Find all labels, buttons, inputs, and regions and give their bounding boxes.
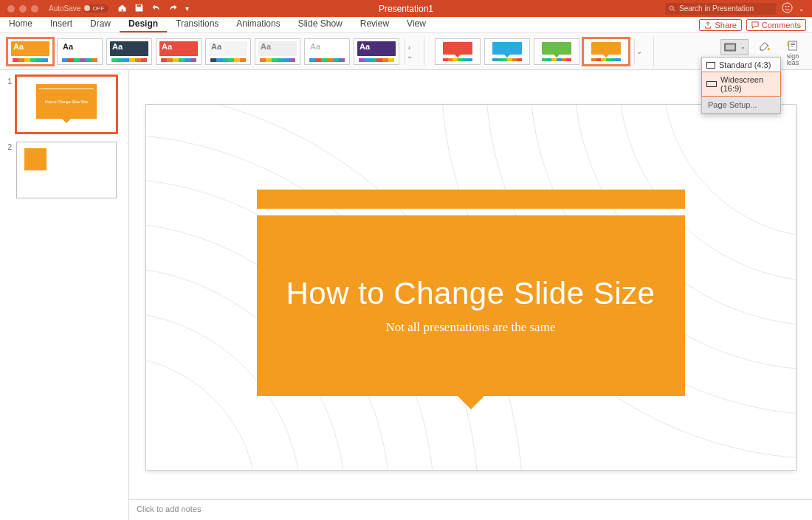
qat-overflow-icon[interactable]: ▾ [185, 4, 189, 13]
ribbon-tabs-bar: Home Insert Draw Design Transitions Anim… [0, 17, 812, 33]
theme-thumbnail[interactable]: Aa [304, 38, 350, 65]
slide-size-standard[interactable]: Standard (4:3) [702, 58, 780, 72]
theme-thumbnail[interactable]: Aa [354, 38, 399, 65]
search-placeholder: Search in Presentation [679, 4, 754, 13]
variant-thumbnail[interactable] [435, 38, 481, 65]
slide-size-menu: Standard (4:3) Widescreen (16:9) Page Se… [701, 57, 781, 114]
theme-thumbnail[interactable]: Aa [57, 38, 103, 65]
design-ideas-label: sign leas [787, 53, 799, 66]
quick-access-toolbar: ▾ [117, 3, 189, 14]
main-area: 1 How to Change Slide Size 2 [0, 70, 812, 520]
redo-icon[interactable] [168, 3, 178, 14]
design-ribbon: Aa Aa Aa Aa Aa Aa Aa [0, 33, 812, 70]
tab-slideshow[interactable]: Slide Show [289, 15, 351, 32]
variant-thumbnail[interactable] [484, 38, 530, 65]
share-label: Share [715, 21, 736, 30]
svg-point-14 [146, 356, 257, 470]
comments-label: Comments [762, 21, 801, 30]
slide-title[interactable]: How to Change Slide Size [286, 276, 656, 311]
design-ideas-button[interactable]: sign leas [781, 39, 805, 67]
tab-view[interactable]: View [398, 15, 435, 32]
title-bar: AutoSave OFF ▾ Presentation1 Search in P… [0, 0, 812, 17]
theme-sample-text: Aa [211, 42, 221, 51]
svg-rect-7 [789, 41, 797, 50]
theme-thumbnail[interactable]: Aa [106, 38, 152, 65]
slide-thumbnail[interactable] [16, 142, 117, 198]
slide-subtitle[interactable]: Not all presentations are the same [386, 320, 556, 335]
menu-item-label: Standard (4:3) [719, 60, 771, 69]
ratio-16-9-icon [706, 81, 717, 87]
slide-size-button[interactable]: ⌄ [720, 39, 749, 55]
undo-icon[interactable] [151, 3, 161, 14]
notes-placeholder: Click to add notes [137, 505, 201, 513]
title-accent-bar [257, 190, 685, 209]
svg-point-0 [670, 6, 673, 10]
slide-canvas[interactable]: How to Change Slide Size Not all present… [146, 105, 796, 470]
comments-button[interactable]: Comments [746, 19, 806, 31]
slide-number: 2 [6, 142, 12, 198]
menu-item-label: Widescreen (16:9) [720, 75, 776, 93]
comment-icon [751, 21, 759, 29]
slide-editor: How to Change Slide Size Not all present… [129, 70, 812, 520]
variant-gallery-expand-button[interactable]: ⌄ [634, 38, 643, 65]
thumbnail-row: 2 [6, 142, 123, 198]
variant-gallery: ⌄ [435, 38, 643, 65]
close-window-button[interactable] [7, 5, 15, 13]
slide-size-icon [723, 41, 738, 54]
slide-size-page-setup[interactable]: Page Setup... [702, 97, 780, 113]
slide-thumbnail[interactable]: How to Change Slide Size [16, 76, 117, 133]
format-background-icon [757, 39, 772, 52]
chevron-down-icon: ⌄ [636, 47, 642, 55]
autosave-state: OFF [83, 4, 109, 13]
ribbon-separator [424, 37, 424, 66]
minimize-window-button[interactable] [19, 5, 27, 13]
theme-thumbnail[interactable]: Aa [255, 38, 300, 65]
svg-point-6 [768, 48, 770, 50]
theme-thumbnail[interactable]: Aa [156, 38, 202, 65]
home-icon[interactable] [117, 3, 127, 14]
tab-review[interactable]: Review [351, 15, 398, 32]
variant-thumbnail[interactable] [583, 38, 629, 65]
window-controls [0, 5, 46, 13]
account-chevron-icon[interactable]: ⌄ [799, 5, 805, 13]
thumbnail-title: How to Change Slide Size [36, 100, 97, 104]
variant-thumbnail[interactable] [534, 38, 579, 65]
slide-size-widescreen[interactable]: Widescreen (16:9) [702, 72, 780, 96]
chevron-right-icon: › [408, 44, 410, 52]
tab-insert[interactable]: Insert [41, 15, 81, 32]
chevron-down-icon: ⌄ [740, 44, 746, 50]
zoom-window-button[interactable] [31, 5, 38, 13]
ribbon-tabs: Home Insert Draw Design Transitions Anim… [0, 15, 435, 32]
account-icon[interactable] [782, 2, 793, 15]
svg-rect-5 [726, 44, 734, 49]
theme-sample-text: Aa [63, 42, 73, 51]
share-button[interactable]: Share [699, 19, 741, 31]
notes-pane[interactable]: Click to add notes [129, 499, 812, 520]
theme-sample-text: Aa [261, 42, 271, 51]
tab-home[interactable]: Home [0, 15, 41, 32]
tab-design[interactable]: Design [120, 15, 167, 32]
tab-transitions[interactable]: Transitions [167, 15, 227, 32]
theme-thumbnail[interactable]: Aa [7, 38, 53, 65]
autosave-toggle[interactable]: AutoSave OFF [49, 4, 109, 13]
design-ideas-icon [785, 39, 800, 52]
svg-point-2 [785, 6, 787, 7]
theme-gallery-expand-button[interactable]: › ⌄ [405, 38, 413, 65]
menu-item-label: Page Setup... [708, 100, 757, 109]
theme-sample-text: Aa [112, 42, 123, 51]
save-icon[interactable] [134, 3, 144, 14]
search-input[interactable]: Search in Presentation [665, 3, 776, 15]
ribbon-separator [653, 37, 654, 66]
canvas-area: How to Change Slide Size Not all present… [129, 70, 812, 499]
theme-sample-text: Aa [359, 42, 370, 51]
chevron-down-icon: ⌄ [407, 52, 413, 60]
slide-thumbnails-panel: 1 How to Change Slide Size 2 [0, 70, 129, 520]
tab-draw[interactable]: Draw [81, 15, 120, 32]
theme-gallery: Aa Aa Aa Aa Aa Aa Aa [7, 38, 413, 65]
theme-thumbnail[interactable]: Aa [205, 38, 251, 65]
share-icon [704, 21, 712, 29]
autosave-label: AutoSave [49, 4, 80, 13]
svg-point-3 [788, 6, 789, 7]
title-plaque[interactable]: How to Change Slide Size Not all present… [257, 215, 685, 396]
tab-animations[interactable]: Animations [227, 15, 289, 32]
